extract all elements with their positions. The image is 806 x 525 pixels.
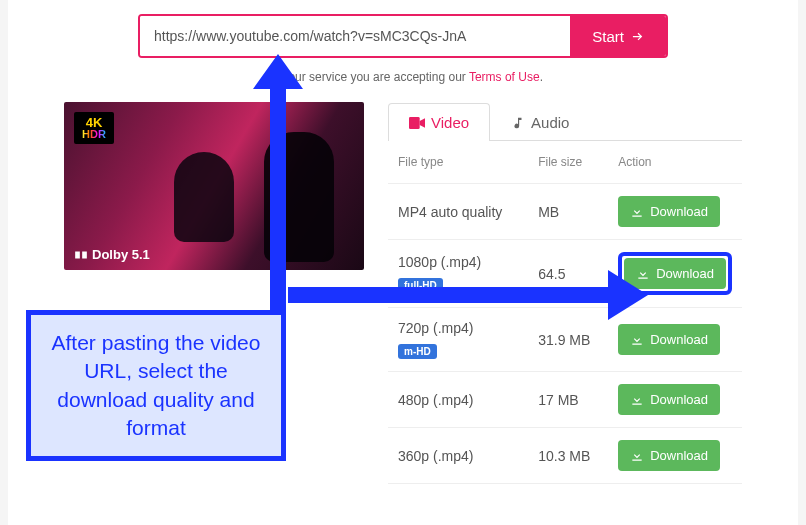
download-button[interactable]: Download: [618, 384, 720, 415]
col-filesize: File size: [528, 141, 608, 184]
download-button[interactable]: Download: [624, 258, 726, 289]
tab-video-label: Video: [431, 114, 469, 131]
svg-rect-1: [82, 251, 87, 258]
table-row: 480p (.mp4)17 MBDownload: [388, 372, 742, 428]
dolby-text: Dolby 5.1: [92, 247, 150, 262]
dolby-badge: Dolby 5.1: [74, 247, 150, 262]
terms-text: sing our service you are accepting our T…: [8, 70, 798, 84]
download-icon: [630, 393, 644, 407]
tabs: Video Audio: [388, 102, 742, 141]
filetype-label: 1080p (.mp4): [398, 254, 481, 270]
audio-icon: [511, 116, 525, 130]
tab-video[interactable]: Video: [388, 103, 490, 141]
instruction-callout: After pasting the video URL, select the …: [26, 310, 286, 461]
filetype-label: 720p (.mp4): [398, 320, 473, 336]
hdr-badge: 4K HDR: [74, 112, 114, 144]
url-bar: Start: [138, 14, 668, 58]
terms-link[interactable]: Terms of Use: [469, 70, 540, 84]
filesize-value: MB: [528, 184, 608, 240]
download-label: Download: [650, 332, 708, 347]
start-label: Start: [592, 28, 624, 45]
table-row: MP4 auto qualityMBDownload: [388, 184, 742, 240]
download-label: Download: [656, 266, 714, 281]
tab-audio[interactable]: Audio: [490, 103, 590, 141]
video-thumbnail: 4K HDR Dolby 5.1: [64, 102, 364, 270]
filesize-value: 10.3 MB: [528, 428, 608, 484]
download-label: Download: [650, 392, 708, 407]
formats-table: File type File size Action MP4 auto qual…: [388, 141, 742, 484]
start-button[interactable]: Start: [570, 16, 666, 56]
tab-audio-label: Audio: [531, 114, 569, 131]
video-icon: [409, 117, 425, 129]
svg-rect-0: [75, 251, 80, 258]
table-row: 360p (.mp4)10.3 MBDownload: [388, 428, 742, 484]
download-icon: [630, 205, 644, 219]
col-action: Action: [608, 141, 742, 184]
table-row: 1080p (.mp4)full-HD64.5Download: [388, 240, 742, 308]
filetype-label: 360p (.mp4): [398, 448, 473, 464]
filesize-value: 64.5: [528, 240, 608, 308]
table-row: 720p (.mp4)m-HD31.9 MBDownload: [388, 308, 742, 372]
download-label: Download: [650, 448, 708, 463]
dolby-icon: [74, 248, 88, 262]
col-filetype: File type: [388, 141, 528, 184]
download-button[interactable]: Download: [618, 196, 720, 227]
filetype-label: MP4 auto quality: [398, 204, 502, 220]
download-label: Download: [650, 204, 708, 219]
filesize-value: 17 MB: [528, 372, 608, 428]
filesize-value: 31.9 MB: [528, 308, 608, 372]
quality-badge: m-HD: [398, 344, 437, 359]
download-icon: [636, 267, 650, 281]
terms-prefix: sing our service you are accepting our: [263, 70, 469, 84]
svg-rect-2: [409, 117, 420, 129]
url-input[interactable]: [140, 16, 570, 56]
quality-badge: full-HD: [398, 278, 443, 293]
download-button[interactable]: Download: [618, 324, 720, 355]
download-icon: [630, 449, 644, 463]
download-icon: [630, 333, 644, 347]
download-highlight: Download: [618, 252, 732, 295]
filetype-label: 480p (.mp4): [398, 392, 473, 408]
download-button[interactable]: Download: [618, 440, 720, 471]
arrow-right-icon: [630, 29, 644, 43]
badge-hdr: HDR: [82, 129, 106, 140]
